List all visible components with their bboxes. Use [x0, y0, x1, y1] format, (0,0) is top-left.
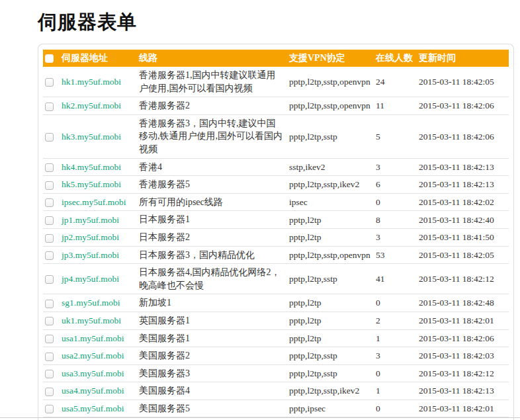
line-description: 香港服务器5 — [139, 176, 289, 194]
server-address-link[interactable]: hk4.my5uf.mobi — [62, 162, 121, 172]
server-table-panel: 伺服器地址 线路 支援VPN协定 在线人数 更新时间 hk1.my5uf.mob… — [38, 44, 514, 420]
server-address-link[interactable]: ipsec.my5uf.mobi — [62, 197, 126, 207]
table-row: hk5.my5uf.mobi 香港服务器5 pptp,l2tp,sstp,ike… — [43, 176, 509, 194]
server-address-link[interactable]: usa2.my5uf.mobi — [62, 351, 124, 360]
row-checkbox[interactable] — [45, 163, 54, 172]
online-count: 24 — [376, 67, 419, 97]
update-time: 2015-03-11 18:42:13 — [419, 158, 509, 176]
row-checkbox[interactable] — [45, 216, 54, 225]
line-description: 日本服务器3，国内精品优化 — [139, 246, 289, 264]
row-checkbox[interactable] — [45, 300, 54, 308]
table-row: ipsec.my5uf.mobi 所有可用的ipsec线路 ipsec 0 20… — [43, 193, 509, 211]
row-checkbox[interactable] — [45, 353, 54, 361]
row-checkbox[interactable] — [45, 234, 54, 243]
update-time: 2015-03-11 18:42:40 — [419, 211, 509, 229]
server-address-link[interactable]: jp1.my5uf.mobi — [62, 215, 119, 225]
protocols-value: pptp,l2tp,sstp,openvpn — [289, 97, 376, 115]
protocols-value: pptp,l2tp — [289, 228, 376, 246]
server-address-link[interactable]: hk5.my5uf.mobi — [62, 179, 121, 189]
table-row: hk1.my5uf.mobi 香港服务器1,国内中转建议联通用户使用,国外可以看… — [43, 67, 509, 97]
online-count: 0 — [376, 364, 419, 382]
online-count: 3 — [376, 228, 419, 246]
server-table: 伺服器地址 线路 支援VPN协定 在线人数 更新时间 hk1.my5uf.mob… — [43, 50, 509, 420]
server-address-link[interactable]: jp2.my5uf.mobi — [62, 232, 119, 242]
update-time: 2015-03-11 18:42:06 — [419, 97, 509, 115]
select-all-checkbox[interactable] — [45, 54, 54, 63]
table-row: sg1.my5uf.mobi 新加坡1 pptp,l2tp 0 2015-03-… — [43, 294, 509, 312]
row-checkbox[interactable] — [45, 181, 54, 190]
server-address-link[interactable]: hk2.my5uf.mobi — [62, 101, 121, 110]
protocols-value: pptp,ipsec — [289, 399, 376, 417]
update-time: 2015-03-11 18:42:12 — [419, 264, 509, 294]
online-count: 0 — [376, 399, 419, 417]
online-count: 0 — [376, 294, 419, 312]
online-count: 2 — [376, 312, 419, 329]
row-checkbox[interactable] — [45, 317, 54, 325]
row-checkbox[interactable] — [45, 405, 54, 413]
table-row: usa2.my5uf.mobi 美国服务器2 pptp,l2tp,sstp 3 … — [43, 347, 509, 365]
row-checkbox[interactable] — [45, 103, 54, 111]
row-checkbox[interactable] — [45, 198, 54, 207]
line-description: 香港服务器2 — [139, 97, 289, 115]
line-description: 香港服务器1,国内中转建议联通用户使用,国外可以看国内视频 — [139, 67, 289, 97]
line-description: 美国服务器2 — [139, 347, 289, 365]
line-description: 美国服务器4 — [139, 382, 289, 400]
protocols-value: pptp,l2tp,sstp — [289, 114, 376, 158]
line-description: 美国服务器3 — [139, 364, 289, 382]
row-checkbox[interactable] — [45, 133, 54, 142]
server-address-link[interactable]: uk1.my5uf.mobi — [62, 315, 121, 325]
table-row: jp4.my5uf.mobi 日本服务器4,国内精品优化网络2，晚高峰也不会慢 … — [43, 264, 509, 294]
table-row: hk4.my5uf.mobi 香港4 sstp,ikev2 3 2015-03-… — [43, 158, 509, 176]
server-address-link[interactable]: hk1.my5uf.mobi — [62, 77, 121, 87]
protocols-value: pptp,l2tp — [289, 294, 376, 312]
server-address-link[interactable]: usa1.my5uf.mobi — [62, 333, 124, 343]
protocols-value: pptp,l2tp,sstp,openvpn — [289, 246, 376, 264]
server-address-link[interactable]: usa4.my5uf.mobi — [62, 386, 124, 396]
line-description: 日本服务器2 — [139, 228, 289, 246]
row-checkbox[interactable] — [45, 275, 54, 284]
table-row: usa1.my5uf.mobi 美国服务器1 pptp,l2tp 1 2015-… — [43, 329, 509, 347]
update-time: 2015-03-11 18:42:02 — [419, 193, 509, 211]
col-header-protocols: 支援VPN协定 — [289, 50, 376, 67]
update-time: 2015-03-11 18:42:05 — [419, 67, 509, 97]
table-row: hk3.my5uf.mobi 香港服务器3，国内中转,建议中国移动,铁通用户使用… — [43, 114, 509, 158]
server-address-link[interactable]: usa3.my5uf.mobi — [62, 368, 124, 378]
table-row: uk1.my5uf.mobi 英国服务器1 pptp,l2tp 2 2015-0… — [43, 312, 509, 329]
server-address-link[interactable]: sg1.my5uf.mobi — [62, 298, 120, 308]
update-time: 2015-03-11 18:42:01 — [419, 312, 509, 329]
online-count: 53 — [376, 246, 419, 264]
server-address-link[interactable]: jp4.my5uf.mobi — [62, 274, 119, 284]
row-checkbox[interactable] — [45, 370, 54, 378]
line-description: 新加坡1 — [139, 294, 289, 312]
line-description: 日本服务器4,国内精品优化网络2，晚高峰也不会慢 — [139, 264, 289, 294]
table-row: usa3.my5uf.mobi 美国服务器3 pptp,l2tp,sstp 0 … — [43, 364, 509, 382]
protocols-value: pptp,l2tp — [289, 329, 376, 347]
online-count: 41 — [376, 264, 419, 294]
row-checkbox[interactable] — [45, 78, 54, 87]
line-description: 美国服务器1 — [139, 329, 289, 347]
update-time: 2015-03-11 18:42:06 — [419, 329, 509, 347]
col-header-address: 伺服器地址 — [62, 50, 139, 67]
line-description: 日本服务器1 — [139, 211, 289, 229]
line-description: 香港4 — [139, 158, 289, 176]
line-description: 美国服务器5 — [139, 399, 289, 417]
row-checkbox[interactable] — [45, 335, 54, 343]
protocols-value: ipsec — [289, 193, 376, 211]
table-row: jp3.my5uf.mobi 日本服务器3，国内精品优化 pptp,l2tp,s… — [43, 246, 509, 264]
online-count: 6 — [376, 176, 419, 194]
online-count: 3 — [376, 347, 419, 365]
page-title: 伺服器表单 — [38, 9, 520, 36]
server-address-link[interactable]: usa5.my5uf.mobi — [62, 403, 124, 413]
row-checkbox[interactable] — [45, 251, 54, 260]
server-address-link[interactable]: hk3.my5uf.mobi — [62, 132, 121, 142]
row-checkbox[interactable] — [45, 388, 54, 396]
online-count: 5 — [376, 114, 419, 158]
server-address-link[interactable]: jp3.my5uf.mobi — [62, 250, 119, 260]
line-description: 所有可用的ipsec线路 — [139, 193, 289, 211]
online-count: 0 — [376, 193, 419, 211]
protocols-value: pptp,l2tp — [289, 211, 376, 229]
table-row: usa5.my5uf.mobi 美国服务器5 pptp,ipsec 0 2015… — [43, 399, 509, 417]
col-header-updated: 更新时间 — [419, 50, 509, 67]
protocols-value: pptp,l2tp,sstp,ikev2 — [289, 382, 376, 400]
table-row: usa4.my5uf.mobi 美国服务器4 pptp,l2tp,sstp,ik… — [43, 382, 509, 400]
